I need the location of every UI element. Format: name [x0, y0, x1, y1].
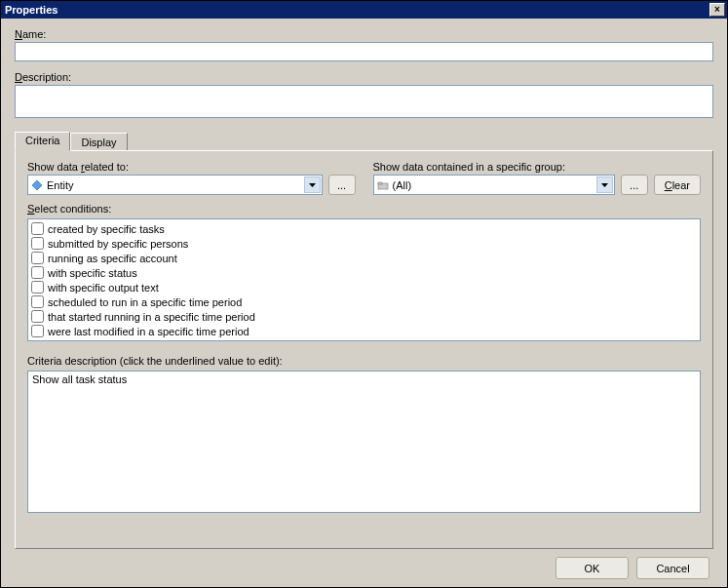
criteria-description-label: Criteria description (click the underlin…: [27, 355, 701, 367]
criteria-description-text: Show all task status: [32, 373, 127, 385]
window-title: Properties: [5, 4, 57, 16]
condition-checkbox[interactable]: [31, 281, 44, 294]
description-input[interactable]: [15, 85, 713, 118]
condition-text: with specific status: [48, 267, 137, 279]
condition-checkbox[interactable]: [31, 295, 44, 308]
chevron-down-icon: [304, 176, 321, 193]
tab-criteria[interactable]: Criteria: [15, 132, 70, 151]
related-to-label: Show data related to:: [27, 161, 356, 173]
chevron-down-icon: [596, 176, 613, 193]
condition-text: that started running in a specific time …: [48, 311, 255, 323]
criteria-description-box[interactable]: Show all task status: [27, 371, 701, 513]
clear-button[interactable]: Clear: [654, 175, 701, 195]
svg-rect-3: [378, 182, 382, 184]
condition-checkbox[interactable]: [31, 266, 44, 279]
name-input[interactable]: [15, 42, 713, 61]
condition-item[interactable]: running as specific account: [31, 251, 697, 265]
tab-label: Display: [81, 137, 116, 148]
group-browse-button[interactable]: ...: [621, 175, 648, 195]
related-to-value: Entity: [47, 179, 74, 191]
select-conditions-label: Select conditions:: [27, 203, 701, 215]
condition-item[interactable]: that started running in a specific time …: [31, 309, 697, 324]
condition-checkbox[interactable]: [31, 222, 44, 235]
condition-text: created by specific tasks: [48, 223, 165, 235]
close-button[interactable]: ×: [709, 3, 725, 17]
condition-item[interactable]: submitted by specific persons: [31, 236, 697, 251]
tab-strip: Criteria Display: [15, 132, 713, 150]
condition-text: running as specific account: [48, 253, 177, 264]
condition-checkbox[interactable]: [31, 237, 44, 250]
svg-marker-4: [601, 183, 608, 187]
condition-text: with specific output text: [48, 282, 159, 294]
svg-marker-1: [309, 183, 316, 187]
condition-item[interactable]: with specific output text: [31, 280, 697, 294]
cancel-button[interactable]: Cancel: [636, 557, 709, 579]
tab-panel-criteria: Show data related to: Entity ... Sho: [15, 150, 713, 549]
condition-checkbox[interactable]: [31, 252, 44, 264]
tab-display[interactable]: Display: [70, 133, 127, 150]
condition-checkbox[interactable]: [31, 310, 44, 323]
conditions-listbox[interactable]: created by specific tasks submitted by s…: [27, 218, 701, 341]
dialog-buttons: OK Cancel: [15, 549, 713, 579]
related-browse-button[interactable]: ...: [328, 175, 356, 195]
condition-item[interactable]: scheduled to run in a specific time peri…: [31, 294, 697, 309]
tab-label: Criteria: [25, 135, 59, 146]
ok-button[interactable]: OK: [556, 557, 629, 579]
svg-marker-0: [32, 180, 42, 190]
folder-icon: [377, 179, 389, 191]
condition-item[interactable]: created by specific tasks: [31, 221, 697, 236]
name-label: Name:: [15, 28, 713, 40]
condition-text: were last modified in a specific time pe…: [48, 326, 249, 337]
condition-item[interactable]: with specific status: [31, 265, 697, 280]
title-bar: Properties ×: [1, 1, 727, 19]
condition-text: scheduled to run in a specific time peri…: [48, 296, 242, 308]
condition-checkbox[interactable]: [31, 325, 44, 337]
condition-item[interactable]: were last modified in a specific time pe…: [31, 324, 697, 338]
group-value: (All): [393, 179, 412, 191]
group-label: Show data contained in a specific group:: [373, 161, 702, 173]
close-icon: ×: [714, 5, 720, 15]
condition-text: submitted by specific persons: [48, 238, 188, 250]
description-label: Description:: [15, 71, 713, 83]
related-to-dropdown[interactable]: Entity: [27, 175, 323, 195]
group-dropdown[interactable]: (All): [373, 175, 615, 195]
entity-icon: [31, 179, 43, 191]
dialog-content: Name: Description: Criteria Display Show…: [1, 19, 727, 587]
